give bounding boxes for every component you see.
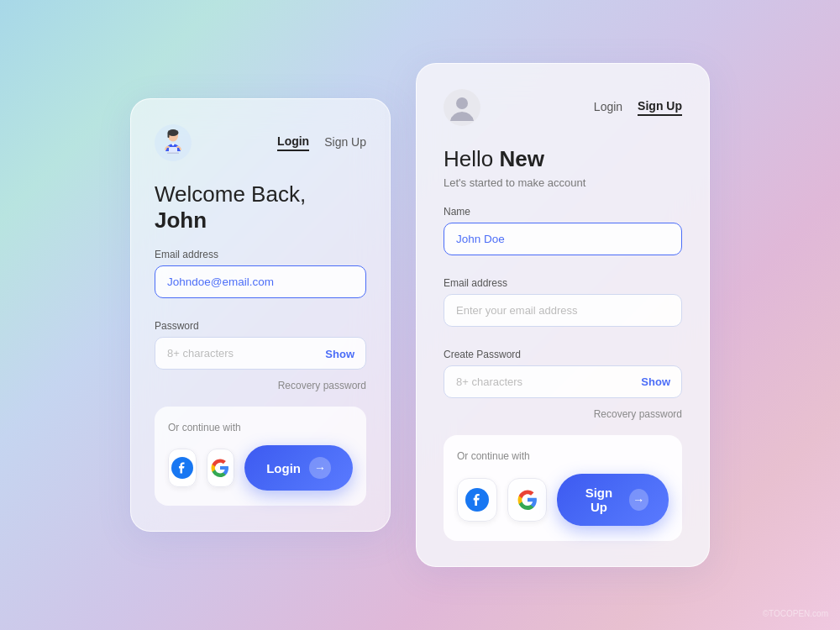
name-label: Name xyxy=(444,206,682,218)
show-password-button[interactable]: Show xyxy=(325,347,354,360)
tab-signup-right[interactable]: Sign Up xyxy=(638,99,682,116)
hello-bold: New xyxy=(499,146,543,171)
login-button[interactable]: Login → xyxy=(244,445,353,491)
svg-rect-4 xyxy=(169,147,177,153)
svg-rect-5 xyxy=(167,152,179,154)
name-group: Name xyxy=(444,206,682,267)
google-button-login[interactable] xyxy=(207,449,235,487)
tab-signup-left[interactable]: Sign Up xyxy=(324,135,366,150)
social-section-login: Or continue with Login → xyxy=(155,407,366,506)
login-card: Login Sign Up Welcome Back, John Email a… xyxy=(130,98,391,532)
tab-login-right[interactable]: Login xyxy=(594,100,622,115)
signup-nav-tabs: Login Sign Up xyxy=(594,99,682,116)
signup-arrow-icon: → xyxy=(629,489,648,511)
hello-text: Hello New xyxy=(444,146,682,172)
tab-login-left[interactable]: Login xyxy=(277,134,309,151)
avatar xyxy=(155,124,192,161)
password-group: Password Show xyxy=(155,320,366,370)
facebook-button-signup[interactable] xyxy=(457,478,497,522)
social-row-login: Login → xyxy=(168,445,353,491)
email-input-right[interactable] xyxy=(444,294,682,327)
create-password-wrap: Show xyxy=(444,365,682,398)
facebook-button-login[interactable] xyxy=(168,449,197,487)
svg-rect-3 xyxy=(168,133,170,138)
or-continue-text-right: Or continue with xyxy=(457,450,669,462)
email-label: Email address xyxy=(155,249,366,260)
email-label-right: Email address xyxy=(444,277,682,289)
signup-button[interactable]: Sign Up → xyxy=(557,474,669,526)
password-label: Password xyxy=(155,320,366,332)
google-button-signup[interactable] xyxy=(507,478,548,522)
email-group-right: Email address xyxy=(444,277,682,339)
password-wrap: Show xyxy=(155,337,366,370)
recovery-link[interactable]: Recovery password xyxy=(155,380,366,391)
signup-subtitle: Let's started to make account xyxy=(444,176,682,189)
svg-point-8 xyxy=(456,97,468,109)
welcome-name: John xyxy=(155,207,207,233)
recovery-link-right[interactable]: Recovery password xyxy=(444,408,682,420)
email-input[interactable] xyxy=(155,265,366,298)
arrow-icon: → xyxy=(309,457,331,479)
show-create-password-button[interactable]: Show xyxy=(641,375,670,388)
name-input[interactable] xyxy=(444,223,682,255)
social-section-signup: Or continue with Sign Up → xyxy=(444,435,682,541)
signup-card: Login Sign Up Hello New Let's started to… xyxy=(416,63,710,566)
login-nav-tabs: Login Sign Up xyxy=(277,134,366,151)
signup-card-header: Login Sign Up xyxy=(444,89,682,126)
create-password-group: Create Password Show xyxy=(444,349,682,398)
watermark: ©TOCOPEN.com xyxy=(763,609,828,618)
create-password-label: Create Password xyxy=(444,349,682,360)
email-group: Email address xyxy=(155,249,366,310)
avatar-right xyxy=(444,89,480,126)
or-continue-text: Or continue with xyxy=(168,422,353,433)
login-card-header: Login Sign Up xyxy=(155,124,366,161)
welcome-text: Welcome Back, John xyxy=(155,181,366,234)
social-row-signup: Sign Up → xyxy=(457,474,669,526)
